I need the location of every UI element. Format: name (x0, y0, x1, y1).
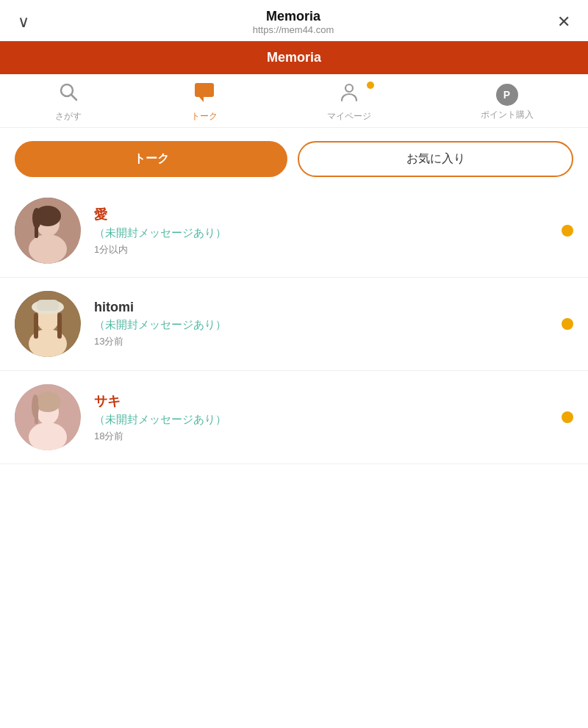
chevron-down-icon[interactable]: ∨ (18, 12, 29, 32)
chat-time-ai: 1分以内 (94, 243, 573, 256)
nav-tab-search[interactable]: さがす (55, 82, 82, 123)
svg-point-10 (32, 208, 41, 228)
nav-tab-mypage-label: マイページ (327, 110, 371, 123)
chat-item-hitomi[interactable]: hitomi （未開封メッセージあり） 13分前 (0, 278, 588, 371)
unread-dot-ai (562, 225, 573, 237)
svg-rect-2 (195, 83, 214, 97)
chat-unread-ai: （未開封メッセージあり） (94, 226, 573, 240)
chat-unread-saki: （未開封メッセージあり） (94, 413, 573, 427)
filter-talk-button[interactable]: トーク (15, 141, 287, 177)
search-icon (58, 82, 79, 107)
nav-tab-points-label: ポイント購入 (481, 109, 534, 121)
nav-tab-mypage[interactable]: マイページ (327, 82, 371, 123)
svg-rect-24 (38, 399, 57, 408)
svg-point-7 (29, 234, 67, 264)
points-icon: P (496, 84, 518, 106)
svg-marker-3 (199, 97, 204, 102)
filter-favorites-button[interactable]: お気に入り (298, 141, 573, 177)
svg-point-0 (61, 84, 73, 96)
nav-tab-talk-label: トーク (191, 110, 218, 123)
nav-tabs: さがす トーク マイページ P ポイント購入 (0, 74, 588, 128)
svg-rect-17 (57, 313, 62, 339)
top-bar: ∨ Memoria https://mem44.com ✕ (0, 0, 588, 41)
nav-tab-talk[interactable]: トーク (191, 82, 218, 123)
chat-info-saki: サキ （未開封メッセージあり） 18分前 (94, 392, 573, 443)
chat-item-ai[interactable]: 愛 （未開封メッセージあり） 1分以内 (0, 184, 588, 278)
chat-list: 愛 （未開封メッセージあり） 1分以内 hitomi （未開封メッセージあり） (0, 184, 588, 464)
svg-line-1 (71, 95, 76, 101)
talk-icon (193, 82, 215, 107)
chat-info-ai: 愛 （未開封メッセージあり） 1分以内 (94, 206, 573, 256)
nav-tab-points[interactable]: P ポイント購入 (481, 84, 534, 121)
window-url: https://mem44.com (253, 24, 334, 35)
filter-row: トーク お気に入り (0, 128, 588, 184)
avatar-hitomi (15, 291, 81, 357)
avatar-saki (15, 384, 81, 450)
chat-name-ai: 愛 (94, 206, 573, 223)
chat-name-saki: サキ (94, 392, 573, 410)
mypage-notification-dot (367, 82, 374, 89)
brand-label: Memoria (267, 50, 321, 65)
close-icon[interactable]: ✕ (557, 12, 570, 32)
unread-dot-hitomi (562, 318, 573, 330)
svg-rect-16 (34, 313, 38, 339)
svg-point-23 (32, 394, 39, 418)
chat-unread-hitomi: （未開封メッセージあり） (94, 318, 573, 332)
avatar-ai (15, 198, 81, 264)
brand-header: Memoria (0, 41, 588, 74)
window-title: Memoria (253, 9, 334, 24)
nav-tab-search-label: さがす (55, 110, 82, 123)
top-bar-center: Memoria https://mem44.com (253, 9, 334, 35)
chat-info-hitomi: hitomi （未開封メッセージあり） 13分前 (94, 300, 573, 348)
svg-rect-15 (37, 300, 59, 311)
chat-time-hitomi: 13分前 (94, 335, 573, 348)
p-circle: P (496, 84, 518, 106)
unread-dot-saki (562, 411, 573, 423)
person-icon (339, 82, 359, 107)
chat-name-hitomi: hitomi (94, 300, 573, 315)
chat-time-saki: 18分前 (94, 430, 573, 443)
svg-point-4 (345, 84, 353, 92)
chat-item-saki[interactable]: サキ （未開封メッセージあり） 18分前 (0, 371, 588, 464)
